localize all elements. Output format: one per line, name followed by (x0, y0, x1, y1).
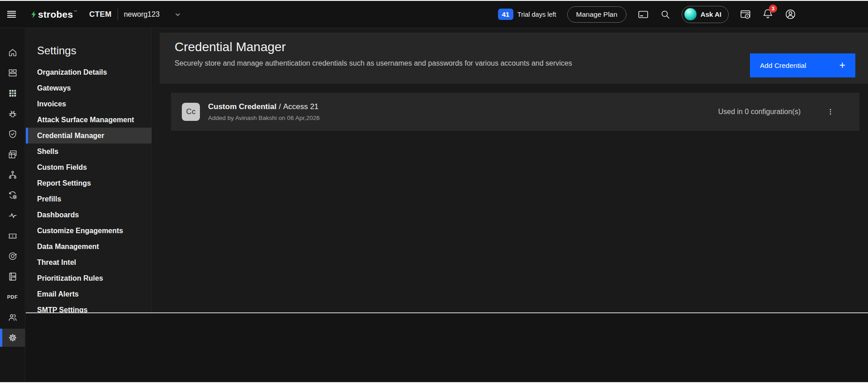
credential-separator: / (279, 102, 281, 111)
credential-meta: Added by Avinash Bakshi on 06 Apr,2026 (208, 115, 320, 121)
ask-ai-label: Ask AI (701, 10, 721, 18)
topbar-right: 41 Trial days left Manage Plan Ask AI (498, 6, 797, 23)
page-header-titles: Credential Manager Securely store and ma… (175, 40, 572, 67)
organization-name: neworg123 (124, 10, 160, 19)
sidebar-item-smtp-settings[interactable]: SMTP Settings (26, 302, 152, 312)
sidebar-title: Settings (26, 28, 152, 57)
sidebar-item-data-management[interactable]: Data Management (26, 239, 152, 254)
sidebar-item-attack-surface-management[interactable]: Attack Surface Management (26, 112, 152, 128)
add-credential-button[interactable]: Add Credential + (750, 53, 855, 77)
settings-sidebar: Settings Organization Details Gateways I… (26, 28, 152, 312)
chevron-down-icon (174, 10, 182, 19)
shield-check-icon[interactable] (0, 125, 25, 143)
brand-name: strobes (38, 9, 73, 20)
credential-avatar: Cc (182, 103, 200, 121)
page-subtitle: Securely store and manage authentication… (175, 59, 572, 67)
notifications-bell[interactable]: 3 (762, 8, 773, 21)
empty-bottom-zone (26, 313, 868, 382)
overflow-menu-icon[interactable] (826, 106, 835, 117)
notification-count-badge: 3 (769, 5, 777, 13)
sidebar-item-threat-intel[interactable]: Threat Intel (26, 254, 152, 270)
dashboard-layout-icon[interactable] (0, 64, 25, 82)
credential-info: Custom Credential/Access 21 Added by Avi… (208, 102, 320, 121)
plus-icon: + (840, 60, 845, 71)
menu-icon[interactable] (7, 9, 18, 20)
ticket-icon[interactable] (0, 227, 25, 245)
topbar-left: strobes ™ CTEM neworg123 (7, 9, 182, 20)
sidebar-item-prefills[interactable]: Prefills (26, 191, 152, 207)
billing-card-icon[interactable] (637, 9, 649, 20)
organization-switcher[interactable]: neworg123 (124, 10, 182, 19)
page-title: Credential Manager (175, 40, 572, 54)
trial-days-badge: 41 (498, 9, 513, 20)
ai-orb-icon (684, 8, 697, 20)
manage-plan-button[interactable]: Manage Plan (567, 6, 626, 23)
trial-status: 41 Trial days left (498, 9, 556, 20)
sidebar-item-customize-engagements[interactable]: Customize Engagements (26, 223, 152, 239)
activity-icon[interactable] (0, 206, 25, 225)
credential-name: Custom Credential (208, 102, 276, 111)
brand-trademark: ™ (73, 10, 77, 14)
page-header: Credential Manager Securely store and ma… (160, 33, 868, 84)
app-screen: strobes ™ CTEM neworg123 41 Trial days l… (0, 0, 868, 383)
sidebar-item-organization-details[interactable]: Organization Details (26, 64, 152, 80)
credential-title: Custom Credential/Access 21 (208, 102, 320, 111)
hierarchy-icon[interactable] (0, 166, 25, 184)
lightning-bolt-icon (30, 9, 38, 20)
main-content: Credential Manager Securely store and ma… (152, 28, 868, 312)
sidebar-item-report-settings[interactable]: Report Settings (26, 175, 152, 191)
users-icon[interactable] (0, 308, 25, 326)
icon-rail: PDF (0, 28, 25, 383)
home-icon[interactable] (0, 43, 25, 62)
assets-grid-icon[interactable] (0, 84, 25, 102)
sidebar-item-dashboards[interactable]: Dashboards (26, 207, 152, 223)
sidebar-item-custom-fields[interactable]: Custom Fields (26, 159, 152, 175)
topbar-divider (118, 9, 118, 20)
sidebar-item-email-alerts[interactable]: Email Alerts (26, 286, 152, 302)
data-table-icon[interactable] (0, 145, 25, 163)
add-credential-label: Add Credential (760, 62, 806, 70)
trial-days-label: Trial days left (517, 11, 556, 18)
topbar: strobes ™ CTEM neworg123 41 Trial days l… (0, 1, 868, 28)
sidebar-item-credential-manager[interactable]: Credential Manager (26, 128, 152, 144)
sidebar-item-gateways[interactable]: Gateways (26, 80, 152, 96)
pdf-icon[interactable]: PDF (0, 288, 25, 306)
window-top-edge (0, 0, 868, 1)
settings-menu: Organization Details Gateways Invoices A… (26, 64, 152, 312)
settings-gear-icon[interactable] (0, 329, 25, 347)
credential-identifier: Access 21 (283, 102, 318, 111)
credential-list-item: Cc Custom Credential/Access 21 Added by … (171, 93, 859, 131)
sidebar-item-invoices[interactable]: Invoices (26, 96, 152, 112)
search-icon[interactable] (660, 9, 671, 20)
sidebar-item-shells[interactable]: Shells (26, 144, 152, 159)
product-name: CTEM (89, 10, 111, 19)
automation-sync-icon[interactable] (0, 186, 25, 204)
brand-logo[interactable]: strobes ™ (30, 9, 77, 20)
ask-ai-button[interactable]: Ask AI (682, 6, 729, 23)
pdf-label: PDF (7, 294, 18, 300)
bug-icon[interactable] (0, 105, 25, 123)
report-icon[interactable] (0, 268, 25, 286)
scan-queue-icon[interactable] (740, 9, 751, 20)
credential-usage: Used in 0 configuration(s) (718, 108, 801, 116)
shield-refresh-icon[interactable] (0, 247, 25, 265)
content-bottom-edge (26, 312, 868, 313)
account-icon[interactable] (784, 8, 797, 20)
sidebar-item-prioritization-rules[interactable]: Prioritization Rules (26, 270, 152, 286)
